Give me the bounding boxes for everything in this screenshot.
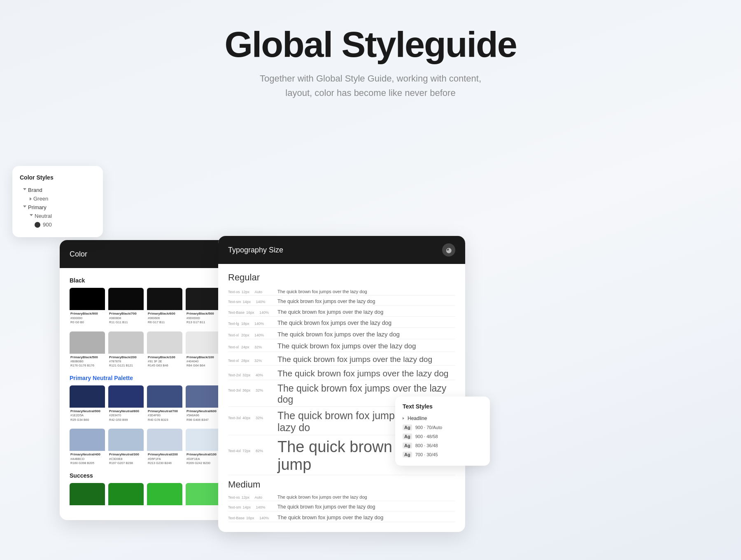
typo-name-m-sm: Text-sm (228, 505, 241, 509)
black-3-name: PrimaryBlack/600 (148, 312, 182, 316)
lb-1-color (70, 429, 105, 451)
navy-swatch-1: PrimaryNeutral/900 #1E2D5A R25 G34 B60 (70, 385, 105, 423)
black-swatch-1: PrimaryBlack/900 #000000 R0 G0 B0 (70, 288, 105, 325)
typo-row-sm: Text-sm 14px 140% The quick brown fox ju… (228, 297, 455, 306)
lb-1-name: PrimaryNeutral/400 (70, 453, 104, 457)
gray-1-info: PrimaryBlack/500 #B0B0B0 R176 G176 B176 (70, 354, 105, 369)
ts-title: Text Styles (403, 403, 482, 410)
navy-1-info: PrimaryNeutral/900 #1E2D5A R25 G34 B60 (70, 408, 105, 423)
typo-meta-3xl: Text-3xl 36px 32% (228, 388, 273, 392)
neutral-900-dot (35, 222, 40, 228)
gray-2-info: PrimaryBlack/200 #787878 R121 G121 B121 (108, 354, 144, 369)
typo-lh-base: 140% (259, 310, 271, 315)
lb-swatch-4: PrimaryNeutral/100 #D2F1EA R209 G242 B23… (186, 429, 221, 466)
typo-name-3xl2: Text-3xl (228, 416, 241, 420)
typo-preview-m-sm: The quick brown fox jumps over the lazy … (277, 504, 455, 510)
gray-2-hex: #787878 (109, 359, 143, 364)
cs-green[interactable]: Green (20, 194, 96, 203)
typo-name-4xl: Text-4xl (228, 449, 241, 453)
gray-4-name: PrimaryBlack/100 (186, 355, 220, 359)
typo-size-xl: 20px (241, 333, 253, 337)
black-1-hex: #000000 (70, 316, 104, 321)
navy-1-hex: #1E2D5A (70, 413, 104, 418)
medium-label: Medium (228, 479, 455, 490)
success-swatch-3 (147, 483, 182, 505)
lb-1-rgb: R160 G398 B205 (70, 461, 104, 466)
navy-swatch-4: PrimaryNeutral/600 #5A6A96 R96 G406 B347 (186, 385, 221, 423)
typo-row-2xl: Text-2xl 32px 40% The quick brown fox ju… (228, 367, 455, 380)
typo-preview-xl: The quick brown fox jumps over the lazy … (277, 331, 455, 338)
typo-preview-2xl: The quick brown fox jumps over the lazy … (277, 369, 455, 378)
typo-lh-m-xs: Auto (255, 495, 266, 499)
typo-meta-m-sm: Text-sm 14px 140% (228, 505, 273, 509)
gray-2-name: PrimaryBlack/200 (109, 355, 143, 359)
gray-swatch-2: PrimaryBlack/200 #787878 R121 G121 B121 (108, 331, 144, 369)
cs-900[interactable]: 900 (20, 220, 96, 229)
typo-meta-2xl: Text-2xl 32px 40% (228, 373, 273, 377)
typo-size-lg: 18px (241, 322, 253, 326)
cs-primary[interactable]: Primary (20, 203, 96, 212)
typo-size-4xl: 72px (242, 449, 254, 453)
lb-swatch-1: PrimaryNeutral/400 #A4BBCD R160 G398 B20… (70, 429, 105, 466)
gray-2-color (108, 331, 144, 354)
navy-swatch-2: PrimaryNeutral/800 #263470 R42 G53 B99 (108, 385, 144, 423)
typo-lh-xl2: 32% (254, 345, 266, 349)
typo-panel-header: Typography Size ◕ (218, 236, 465, 264)
black-2-hex: #080808 (109, 316, 143, 321)
lb-3-hex: #D5F1FA (148, 457, 182, 462)
typo-name-3xl: Text-3xl (228, 388, 241, 392)
black-3-color (147, 288, 182, 310)
navy-1-name: PrimaryNeutral/900 (70, 409, 104, 413)
typo-name-xl2: Text-xl (228, 345, 240, 349)
typo-meta-3xl2: Text-3xl 40px 32% (228, 416, 273, 420)
lb-4-hex: #D2F1EA (186, 457, 220, 462)
subtitle-line2: layout, color has become like never befo… (285, 88, 455, 98)
gray-4-rgb: R64 G64 B64 (186, 364, 220, 368)
typo-name-xs: Text-xs (228, 290, 240, 294)
typo-lh-xs: Auto (255, 290, 266, 294)
navy-2-hex: #263470 (109, 413, 143, 418)
ts-ag-1: Ag 900 · 70/Auto (403, 423, 482, 432)
typo-name-xl: Text-xl (228, 333, 240, 337)
lb-1-info: PrimaryNeutral/400 #A4BBCD R160 G398 B20… (70, 451, 105, 466)
brand-triangle (23, 188, 26, 192)
green-4-color (186, 483, 221, 505)
ts-desc-2: 900 · 48/58 (415, 434, 438, 439)
typo-panel-title: Typography Size (228, 246, 283, 254)
green-triangle (30, 197, 32, 201)
navy-1-color (70, 385, 105, 408)
gray-1-color (70, 331, 105, 354)
ts-desc-3: 800 · 36/48 (415, 443, 438, 448)
navy-4-color (186, 385, 221, 408)
primary-triangle (23, 205, 26, 209)
ts-headline-label: Headline (408, 415, 427, 421)
lb-2-info: PrimaryNeutral/300 #C3D0E8 R197 G207 B23… (108, 451, 144, 466)
cs-brand[interactable]: Brand (20, 186, 96, 194)
gray-3-color (147, 331, 182, 354)
navy-4-rgb: R96 G406 B347 (186, 418, 220, 422)
cs-900-label: 900 (43, 222, 52, 228)
subtitle-line1: Together with Global Style Guide, workin… (260, 73, 481, 84)
lb-3-info: PrimaryNeutral/200 #D5F1FA R213 G230 B24… (147, 451, 182, 466)
typo-panel-logo: ◕ (442, 243, 455, 257)
ts-headline-item: Headline (403, 414, 482, 423)
typo-lh-2xl: 40% (256, 373, 267, 377)
black-2-color (108, 288, 144, 310)
ts-desc-1: 900 · 70/Auto (415, 425, 442, 430)
typo-row-m-xs: Text-xs 12px Auto The quick brown fox ju… (228, 493, 455, 501)
black-swatch-4: PrimaryBlack/500 #0D0D0D R13 G17 B11 (186, 288, 221, 325)
cs-neutral-label: Neutral (35, 213, 52, 219)
navy-2-info: PrimaryNeutral/800 #263470 R42 G53 B99 (108, 408, 144, 423)
typo-lh-xl: 140% (254, 333, 266, 337)
cs-neutral[interactable]: Neutral (20, 212, 96, 220)
ts-ag-3: Ag 800 · 36/48 (403, 441, 482, 450)
typo-logo-char: ◕ (446, 246, 452, 254)
navy-1-rgb: R25 G34 B60 (70, 418, 104, 422)
navy-2-rgb: R42 G53 B99 (109, 418, 143, 422)
text-styles-panel: Text Styles Headline Ag 900 · 70/Auto Ag… (395, 397, 490, 466)
gray-swatch-1: PrimaryBlack/500 #B0B0B0 R176 G176 B176 (70, 331, 105, 369)
typo-row-xl: Text-xl 20px 140% The quick brown fox ju… (228, 329, 455, 339)
typo-lh-lg: 140% (254, 322, 266, 326)
lb-2-rgb: R197 G207 B238 (109, 461, 143, 466)
gray-1-rgb: R176 G176 B176 (70, 364, 104, 368)
